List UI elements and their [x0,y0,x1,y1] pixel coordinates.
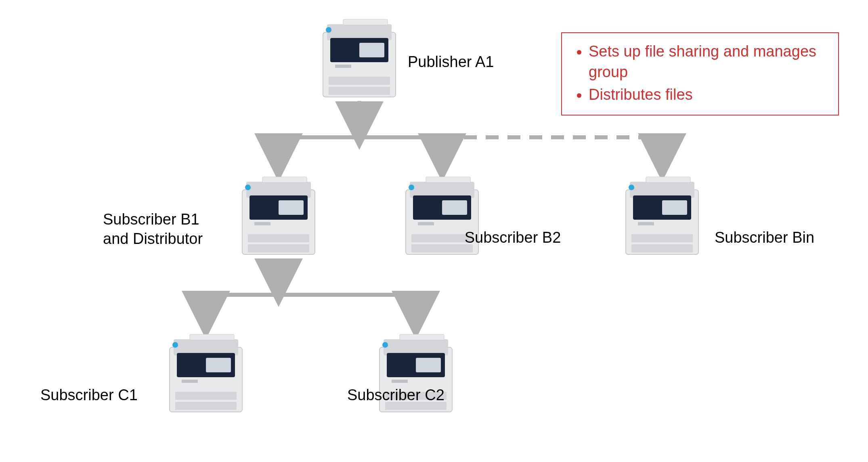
svg-rect-1 [329,77,390,85]
svg-rect-44 [182,380,198,383]
svg-rect-29 [631,244,693,252]
svg-point-15 [245,185,251,190]
printer-icon [166,323,246,416]
svg-rect-34 [646,177,690,183]
node-subscriber-c1 [166,323,246,416]
svg-point-51 [382,342,388,348]
diagram-canvas: Publisher A1 Subscriber B1 and Distribut… [0,0,868,462]
svg-rect-2 [329,87,390,95]
svg-rect-50 [416,358,441,372]
svg-rect-38 [175,402,237,410]
svg-rect-52 [400,334,444,340]
svg-rect-32 [662,200,687,215]
node-subscriber-b1 [238,166,319,258]
svg-rect-17 [254,222,270,225]
callout-item-2: Distributes files [589,84,826,107]
svg-rect-5 [359,43,384,57]
printer-icon [238,166,319,258]
svg-rect-8 [335,65,351,68]
svg-point-42 [172,342,178,348]
svg-rect-26 [418,222,434,225]
label-subscriber-b1-line2: and Distributor [103,230,203,247]
svg-point-24 [409,185,414,190]
svg-rect-16 [262,177,307,183]
label-subscriber-c1: Subscriber C1 [40,386,138,405]
printer-icon [622,166,702,258]
svg-rect-20 [411,244,473,252]
node-publisher-a1 [319,8,400,101]
label-subscriber-c2: Subscriber C2 [347,386,444,405]
label-subscriber-b1-line1: Subscriber B1 [103,211,199,228]
label-publisher-a1: Publisher A1 [408,52,494,72]
svg-rect-41 [206,358,231,372]
svg-rect-28 [631,234,693,242]
svg-rect-19 [411,234,473,242]
svg-rect-14 [279,200,304,215]
svg-rect-37 [175,392,237,400]
callout-box: Sets up file sharing and manages group D… [561,32,839,116]
svg-rect-53 [392,380,408,383]
svg-rect-10 [248,234,309,242]
label-subscriber-b2: Subscriber B2 [465,228,561,248]
callout-item-1: Sets up file sharing and manages group [589,41,826,84]
svg-rect-7 [343,19,388,25]
svg-rect-35 [638,222,654,225]
svg-point-33 [629,185,634,190]
svg-rect-23 [442,200,467,215]
label-subscriber-b1: Subscriber B1 and Distributor [103,210,203,248]
printer-icon [319,8,400,101]
label-subscriber-bn: Subscriber Bin [715,228,814,248]
svg-point-6 [326,27,331,33]
node-subscriber-bn [622,166,702,258]
svg-rect-25 [426,177,470,183]
svg-rect-11 [248,244,309,252]
svg-rect-43 [190,334,234,340]
